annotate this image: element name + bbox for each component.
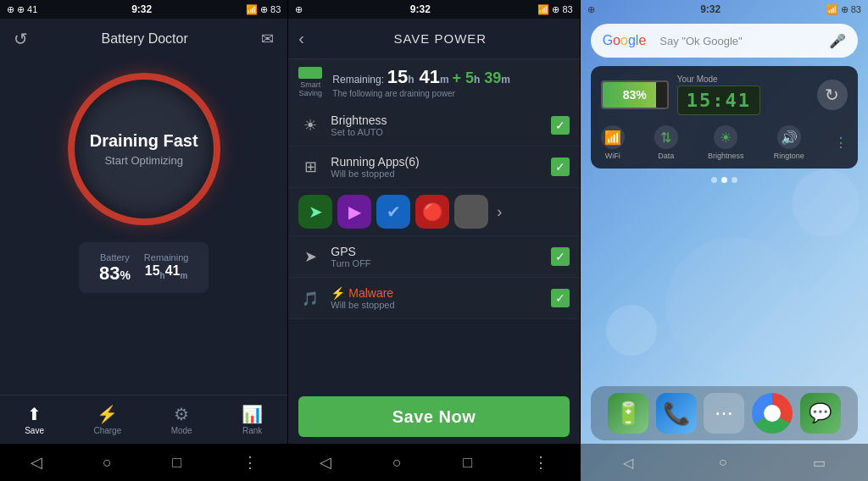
remaining-value: 15h41m xyxy=(144,264,189,280)
p2-back-button[interactable]: ‹ xyxy=(298,29,304,48)
remaining-subtitle: The following are draining power xyxy=(332,89,569,98)
home-btn-p1[interactable]: ○ xyxy=(103,454,112,472)
malware-text: ⚡ Malware Will be stopped xyxy=(331,286,542,310)
page-dot-1 xyxy=(711,177,717,183)
battery-value: 83% xyxy=(99,264,131,283)
status-bar-p1: ⊕ ⊕ 41 9:32 📶 ⊕ 83 xyxy=(0,0,287,19)
malware-check[interactable]: ✓ xyxy=(551,289,570,307)
widget-refresh-icon[interactable]: ↻ xyxy=(817,80,848,110)
widget-battery-bar: 83% xyxy=(601,80,669,109)
p1-body: Draining Fast Start Optimizing Battery 8… xyxy=(0,59,287,395)
malware-sub: Will be stopped xyxy=(331,300,542,310)
status-icon-p1: ⊕ xyxy=(7,4,14,15)
nav-mode[interactable]: ⚙ Mode xyxy=(171,404,192,435)
save-now-label: Save Now xyxy=(392,407,476,427)
android-home-panel: ⊕ 9:32 📶 ⊕ 83 Google Say "Ok Google" 🎤 8… xyxy=(581,0,868,481)
google-search-bar[interactable]: Google Say "Ok Google" 🎤 xyxy=(591,24,858,58)
back-btn-p2[interactable]: ◁ xyxy=(320,453,331,472)
p2-title: SAVE POWER xyxy=(311,31,570,46)
brightness-ctrl-icon: ☀ xyxy=(714,125,737,149)
app-icon-2: ▶ xyxy=(337,195,371,229)
p1-mail-icon[interactable]: ✉ xyxy=(261,30,274,48)
malware-item[interactable]: 🎵 ⚡ Malware Will be stopped ✓ xyxy=(288,278,579,319)
page-indicator xyxy=(581,177,868,183)
widget-more-icon[interactable]: ⋮ xyxy=(834,135,848,151)
wifi-ctrl-icon: 📶 xyxy=(601,125,625,149)
save-now-button[interactable]: Save Now xyxy=(298,396,569,437)
dock-phone-app[interactable]: 📞 xyxy=(656,393,697,434)
p1-menu-icon[interactable]: ↺ xyxy=(14,29,28,49)
gauge-main-text: Draining Fast xyxy=(90,131,198,151)
gps-name: GPS xyxy=(331,245,542,258)
app-icon-3: ✔ xyxy=(376,195,410,229)
charge-label: Charge xyxy=(93,426,121,435)
battery-gauge-circle[interactable]: Draining Fast Start Optimizing xyxy=(68,73,220,225)
nav-charge[interactable]: ⚡ Charge xyxy=(93,404,121,435)
menu-btn-p1[interactable]: ⋮ xyxy=(242,453,258,472)
app-dock: 🔋 📞 ⋯ 💬 xyxy=(591,386,858,440)
android-nav-p2: ◁ ○ □ ⋮ xyxy=(288,444,579,481)
remaining-main: Remaining: 15h 41m + 5h 39m xyxy=(332,66,569,88)
back-btn-p1[interactable]: ◁ xyxy=(31,453,42,472)
running-apps-text: Running Apps(6) Will be stopped xyxy=(331,155,542,179)
nav-save[interactable]: ⬆ Save xyxy=(25,404,44,435)
dock-apps-button[interactable]: ⋯ xyxy=(704,393,744,434)
save-label: Save xyxy=(25,426,44,435)
dock-chrome-app[interactable] xyxy=(752,393,793,434)
recents-btn-p2[interactable]: □ xyxy=(463,454,472,472)
battery-label: Battery xyxy=(99,252,131,263)
battery-stat: Battery 83% xyxy=(99,252,131,283)
gps-sub: Turn OFF xyxy=(331,258,542,268)
malware-name: ⚡ Malware xyxy=(331,286,542,300)
recents-btn-p1[interactable]: □ xyxy=(172,454,181,472)
running-apps-check[interactable]: ✓ xyxy=(551,158,570,176)
widget-brightness-control[interactable]: ☀ Brightness xyxy=(708,125,744,160)
battery-stats-row: Battery 83% Remaining 15h41m xyxy=(79,242,209,293)
status-icon-p3: ⊕ xyxy=(587,4,595,15)
voice-search-icon[interactable]: 🎤 xyxy=(829,33,846,49)
gps-item[interactable]: ➤ GPS Turn OFF ✓ xyxy=(288,236,579,278)
status-bar-p3: ⊕ 9:32 📶 ⊕ 83 xyxy=(581,0,868,19)
save-icon: ⬆ xyxy=(27,404,42,424)
battery-widget-card: 83% Your Mode 15:41 ↻ 📶 WiFi ⇅ Data ☀ Br… xyxy=(591,66,858,169)
home-btn-p3[interactable]: ○ xyxy=(719,455,727,470)
brightness-item[interactable]: ☀ Brightness Set to AUTO ✓ xyxy=(288,105,579,147)
mode-icon: ⚙ xyxy=(174,404,189,424)
widget-data-control[interactable]: ⇅ Data xyxy=(654,125,678,160)
widget-wifi-control[interactable]: 📶 WiFi xyxy=(601,125,625,160)
page-dot-3 xyxy=(732,177,737,183)
remaining-info: Remaining: 15h 41m + 5h 39m The followin… xyxy=(332,66,569,98)
app-more-icon[interactable]: › xyxy=(497,203,502,221)
widget-top: 83% Your Mode 15:41 ↻ xyxy=(601,75,848,115)
dock-messages-app[interactable]: 💬 xyxy=(800,393,841,434)
app-icon-4: 🔴 xyxy=(415,195,449,229)
page-dot-2 xyxy=(721,177,727,183)
home-spacer xyxy=(581,188,868,383)
gps-check[interactable]: ✓ xyxy=(551,247,570,266)
dock-battery-app[interactable]: 🔋 xyxy=(608,393,648,434)
app-icon-5 xyxy=(454,195,488,229)
gps-text: GPS Turn OFF xyxy=(331,245,542,268)
malware-icon: 🎵 xyxy=(298,286,322,310)
data-ctrl-icon: ⇅ xyxy=(654,125,678,149)
nav-rank[interactable]: 📊 Rank xyxy=(242,404,263,435)
recents-btn-p3[interactable]: ▭ xyxy=(813,455,826,471)
brightness-name: Brightness xyxy=(331,113,542,127)
android-nav-p1: ◁ ○ □ ⋮ xyxy=(0,444,287,481)
menu-btn-p2[interactable]: ⋮ xyxy=(533,453,548,472)
running-apps-item[interactable]: ⊞ Running Apps(6) Will be stopped ✓ xyxy=(288,147,579,188)
brightness-check[interactable]: ✓ xyxy=(551,116,570,135)
widget-battery-text: 83% xyxy=(603,82,667,108)
p2-items-list: ☀ Brightness Set to AUTO ✓ ⊞ Running App… xyxy=(288,105,579,390)
widget-ringtone-control[interactable]: 🔊 Ringtone xyxy=(774,125,804,160)
smart-saving-badge: Smart Saving xyxy=(298,67,322,97)
charge-icon: ⚡ xyxy=(97,404,118,424)
p1-title: Battery Doctor xyxy=(102,31,188,47)
status-time-p3: 9:32 xyxy=(700,3,721,15)
status-time-p1: 9:32 xyxy=(131,3,152,15)
running-apps-sub: Will be stopped xyxy=(331,169,542,179)
gauge-sub-text: Start Optimizing xyxy=(104,154,182,167)
remaining-stat: Remaining 15h41m xyxy=(144,252,189,283)
home-btn-p2[interactable]: ○ xyxy=(392,454,402,472)
back-btn-p3[interactable]: ◁ xyxy=(623,455,633,471)
